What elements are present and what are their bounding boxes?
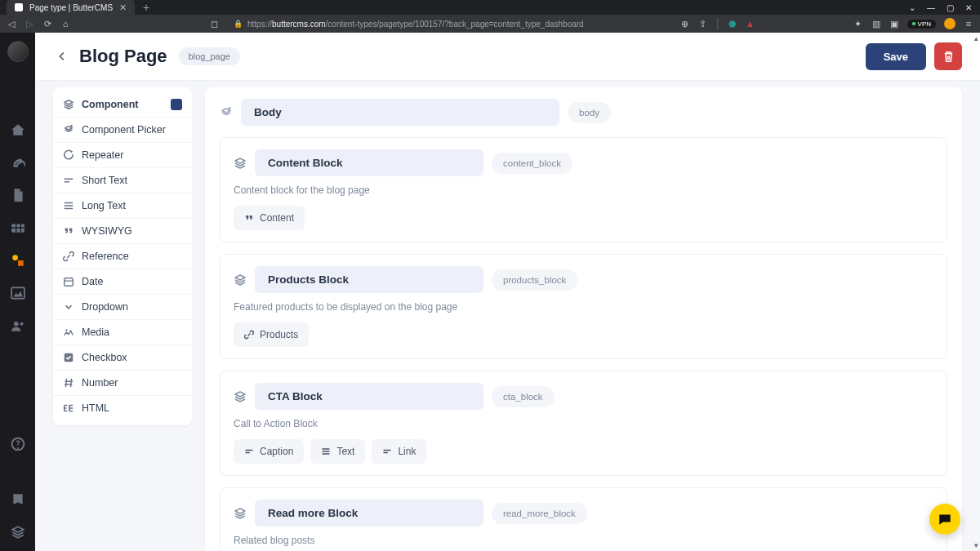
rail-help[interactable]	[11, 437, 25, 451]
palette-label: Number	[82, 377, 118, 389]
field-chip[interactable]: Caption	[234, 439, 304, 464]
rail-docs[interactable]	[11, 492, 25, 507]
component-icon[interactable]	[234, 507, 247, 520]
rail-blog[interactable]	[11, 155, 25, 170]
palette-item-short-text[interactable]: Short Text	[53, 168, 192, 193]
palette-item-number[interactable]: Number	[53, 371, 192, 396]
rail-content-types[interactable]	[11, 253, 25, 268]
field-chip[interactable]: Text	[310, 439, 365, 464]
panel-icon[interactable]: ▥	[871, 19, 881, 29]
palette-item-media[interactable]: Media	[53, 320, 192, 345]
nav-forward-icon[interactable]: ▷	[24, 19, 34, 29]
palette-label: Repeater	[82, 149, 123, 161]
section-title[interactable]: Body	[241, 99, 559, 126]
palette-item-date[interactable]: Date	[53, 269, 192, 295]
chat-fab[interactable]	[929, 504, 960, 535]
maximize-icon[interactable]: ▢	[947, 3, 954, 12]
palette-label: Component	[82, 99, 138, 110]
palette-label: Media	[82, 327, 109, 338]
section-api-key: body	[568, 102, 611, 123]
palette-badge	[171, 99, 182, 110]
nav-rail	[0, 33, 35, 551]
palette-item-long-text[interactable]: Long Text	[53, 193, 192, 219]
palette-label: Short Text	[82, 175, 127, 186]
component-block: CTA Block cta_block Call to Action Block…	[220, 371, 947, 476]
block-title[interactable]: Products Block	[255, 266, 483, 293]
shield-icon[interactable]: ⬣	[728, 19, 737, 29]
palette-label: Dropdown	[82, 301, 128, 313]
component-block: Content Block content_block Content bloc…	[220, 137, 947, 242]
component-icon[interactable]	[234, 390, 247, 403]
slug-pill: blog_page	[179, 47, 240, 65]
component-picker-icon	[63, 124, 74, 136]
browser-tab[interactable]: Page type | ButterCMS ✕	[7, 0, 135, 15]
capture-icon[interactable]: ▣	[889, 19, 899, 29]
profile-avatar[interactable]	[944, 18, 956, 29]
media-icon	[63, 327, 74, 338]
vpn-badge[interactable]: VPN	[907, 20, 936, 29]
extensions-icon[interactable]: ✦	[853, 19, 863, 29]
palette-item-dropdown[interactable]: Dropdown	[53, 295, 192, 320]
chevron-down-icon[interactable]: ⌄	[909, 3, 915, 12]
drag-handle-icon[interactable]	[220, 106, 233, 119]
home-icon[interactable]: ⌂	[60, 19, 70, 29]
block-api-key: cta_block	[492, 386, 555, 407]
repeater-icon	[63, 149, 74, 161]
lock-icon: 🔒	[234, 20, 243, 28]
field-palette: ComponentComponent PickerRepeaterShort T…	[53, 87, 192, 425]
delete-button[interactable]	[934, 42, 962, 70]
field-chip[interactable]: Content	[234, 206, 305, 230]
close-tab-icon[interactable]: ✕	[119, 2, 127, 13]
block-title[interactable]: Read more Block	[255, 500, 483, 527]
html-icon	[63, 402, 74, 414]
block-title[interactable]: CTA Block	[255, 383, 483, 410]
rail-home[interactable]	[11, 122, 25, 137]
reference-icon	[63, 251, 74, 262]
number-icon	[63, 377, 74, 389]
back-button[interactable]	[53, 47, 71, 65]
short-text-icon	[63, 175, 74, 186]
rail-stack[interactable]	[11, 525, 25, 540]
palette-item-component[interactable]: Component	[53, 92, 192, 118]
new-tab-button[interactable]: +	[135, 1, 158, 14]
palette-item-repeater[interactable]: Repeater	[53, 143, 192, 168]
warn-icon[interactable]: ▲	[746, 19, 755, 29]
palette-item-checkbox[interactable]: Checkbox	[53, 345, 192, 371]
palette-item-component-picker[interactable]: Component Picker	[53, 118, 192, 143]
share-icon[interactable]: ⇪	[697, 19, 707, 29]
component-icon[interactable]	[234, 273, 247, 287]
palette-label: WYSIWYG	[82, 225, 132, 237]
close-window-icon[interactable]: ✕	[965, 3, 972, 12]
component-block: Products Block products_block Featured p…	[220, 254, 947, 359]
page-header: Blog Page blog_page Save	[35, 33, 980, 81]
rail-media[interactable]	[11, 286, 25, 300]
address-bar[interactable]: 🔒 https://buttercms.com/content-types/pa…	[227, 20, 671, 29]
block-description: Featured products to be displayed on the…	[234, 301, 933, 313]
component-icon[interactable]	[234, 157, 247, 170]
menu-icon[interactable]: ≡	[964, 19, 973, 29]
save-button[interactable]: Save	[866, 43, 926, 70]
builder-canvas: Body body Content Block content_block Co…	[192, 81, 980, 551]
body-section: Body body Content Block content_block Co…	[205, 87, 962, 551]
bookmark-icon[interactable]: ◻	[209, 19, 219, 29]
favicon	[15, 3, 23, 11]
field-chip[interactable]: Products	[234, 322, 309, 347]
palette-item-html[interactable]: HTML	[53, 396, 192, 420]
minimize-icon[interactable]: ―	[927, 3, 935, 12]
palette-item-wysiwyg[interactable]: WYSIWYG	[53, 219, 192, 244]
reload-icon[interactable]: ⟳	[42, 19, 52, 29]
palette-item-reference[interactable]: Reference	[53, 244, 192, 269]
rail-users[interactable]	[11, 318, 25, 333]
field-chip[interactable]: Link	[372, 439, 426, 464]
block-title[interactable]: Content Block	[255, 149, 483, 176]
block-api-key: products_block	[492, 269, 577, 291]
nav-back-icon[interactable]: ◁	[7, 19, 16, 29]
app-logo[interactable]	[7, 41, 29, 62]
tab-title: Page type | ButterCMS	[29, 3, 113, 12]
block-api-key: read_more_block	[492, 503, 587, 524]
rail-collections[interactable]	[11, 220, 25, 235]
palette-label: Date	[82, 276, 103, 287]
block-description: Related blog posts	[234, 535, 933, 546]
rail-pages[interactable]	[11, 188, 25, 202]
zoom-icon[interactable]: ⊕	[679, 19, 689, 29]
